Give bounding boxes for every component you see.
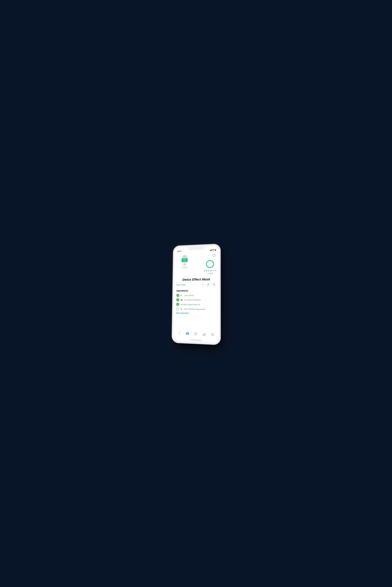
edit-button[interactable] <box>206 282 211 287</box>
svg-rect-16 <box>186 332 186 335</box>
ingredient-label-2: No concern identified <box>184 299 200 301</box>
svg-text:Naturkosmetik: Naturkosmetik <box>184 266 186 266</box>
rate-button[interactable]: ☆ Rate <box>207 272 213 274</box>
info-icon: i <box>202 284 203 286</box>
product-image: lavera DETOX EFFECT MASK Naturkosmetik B… <box>180 254 190 270</box>
more-info-link[interactable]: More information <box>176 312 216 315</box>
ingredient-label-1: Low concern <box>184 294 194 296</box>
star-5: ★ <box>212 269 214 272</box>
nav-menu-button[interactable] <box>210 331 216 338</box>
star-3: ★ <box>208 269 210 272</box>
phone-wrapper: 15:17 📶 ▓ <box>172 244 220 345</box>
ingredient-count-1: 2 <box>180 294 183 296</box>
category-label[interactable]: Face masks <box>176 284 186 286</box>
check-icon-3 <box>176 303 179 306</box>
home-bar <box>189 340 202 341</box>
svg-rect-28 <box>204 334 204 336</box>
share-button[interactable] <box>212 282 216 287</box>
menu-icon <box>211 333 214 336</box>
star-2: ★ <box>206 270 208 272</box>
ingredient-label-4: Only individual rating possible <box>184 308 206 310</box>
svg-text:BIO: BIO <box>184 261 185 261</box>
status-time: 15:17 <box>178 250 182 252</box>
product-title: Detox Effect Mask <box>176 277 216 282</box>
svg-rect-5 <box>183 255 186 257</box>
star-1: ★ <box>204 270 205 272</box>
ingredient-row-4: 10 Only individual rating possible <box>176 307 216 311</box>
divider <box>174 316 219 317</box>
ingredient-count-4: 10 <box>180 308 183 310</box>
score-ring-container: ★ ★ ★ ★ ★ 34 ☆ Rate <box>204 259 216 274</box>
rate-label: Rate <box>209 272 213 274</box>
nav-scan-button[interactable] <box>184 330 190 337</box>
svg-rect-29 <box>205 333 206 336</box>
share-icon <box>213 284 215 285</box>
ingredient-label-3: Contains organic palm oil <box>180 303 200 306</box>
news-icon <box>194 332 197 336</box>
nav-compare-button[interactable] <box>201 331 207 337</box>
check-icon-2 <box>176 298 179 301</box>
action-icons: i <box>200 282 216 287</box>
check-icon-1 <box>176 294 179 297</box>
svg-text:EFFECT MASK: EFFECT MASK <box>183 265 186 265</box>
product-section: lavera DETOX EFFECT MASK Naturkosmetik B… <box>176 253 216 276</box>
ingredient-row-2: 33 No concern identified <box>176 298 216 302</box>
circle-icon-4 <box>176 307 179 310</box>
ingredient-count-2: 33 <box>180 299 183 301</box>
battery-icon: ▓ <box>215 249 216 251</box>
phone-screen: 15:17 📶 ▓ <box>173 246 219 343</box>
svg-point-15 <box>206 260 214 268</box>
svg-text:DETOX: DETOX <box>184 264 186 264</box>
score-ring <box>206 260 214 269</box>
star-4: ★ <box>210 269 212 272</box>
category-row: Face masks i <box>176 282 216 287</box>
svg-line-31 <box>211 334 214 335</box>
ingredients-title: Ingredients <box>176 289 216 292</box>
nav-back-button[interactable] <box>176 330 182 336</box>
review-count: 34 <box>215 270 216 271</box>
edit-icon <box>208 284 209 285</box>
phone-frame: 15:17 📶 ▓ <box>172 244 220 345</box>
ingredient-row-3: Contains organic palm oil <box>176 303 216 306</box>
stars-row: ★ ★ ★ ★ ★ 34 <box>204 269 216 272</box>
signal-icon <box>210 249 212 251</box>
rate-star-icon: ☆ <box>207 272 209 274</box>
wifi-icon: 📶 <box>212 249 214 251</box>
svg-text:lavera: lavera <box>184 263 186 263</box>
svg-line-30 <box>211 333 214 334</box>
svg-line-32 <box>211 335 214 336</box>
back-icon <box>178 332 180 335</box>
product-info-right: ★ ★ ★ ★ ★ 34 ☆ Rate <box>194 253 216 276</box>
compare-icon <box>202 332 206 336</box>
status-icons: 📶 ▓ <box>210 249 216 251</box>
ingredient-row-1: 2 Low concern <box>176 294 216 297</box>
svg-rect-27 <box>203 334 204 336</box>
content-area: lavera DETOX EFFECT MASK Naturkosmetik B… <box>174 251 219 330</box>
product-image-area: lavera DETOX EFFECT MASK Naturkosmetik B… <box>177 254 192 270</box>
nav-news-button[interactable] <box>192 331 199 337</box>
favorite-button[interactable] <box>212 254 216 258</box>
info-button[interactable]: i <box>200 282 205 287</box>
svg-rect-3 <box>182 267 188 268</box>
svg-rect-17 <box>187 332 187 335</box>
ingredients-section: Ingredients 2 Low concern <box>176 289 216 315</box>
scan-icon <box>186 332 189 335</box>
